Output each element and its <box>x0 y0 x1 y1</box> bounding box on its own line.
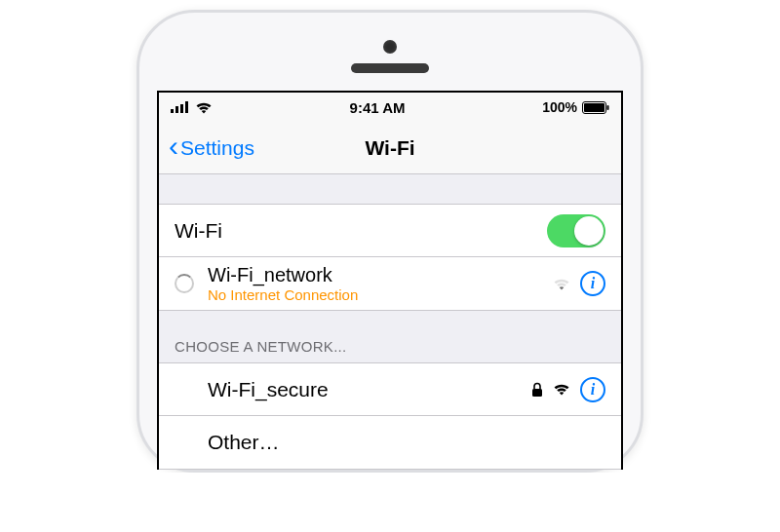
network-row[interactable]: Wi-Fi_secure i <box>159 362 621 416</box>
speaker-grille <box>351 63 429 73</box>
battery-percent: 100% <box>542 99 577 115</box>
wifi-signal-weak-icon <box>553 278 570 290</box>
phone-frame: 9:41 AM 100% ‹ Settings Wi-Fi Wi-Fi <box>136 10 644 473</box>
back-button[interactable]: ‹ Settings <box>169 133 254 163</box>
screen: 9:41 AM 100% ‹ Settings Wi-Fi Wi-Fi <box>157 91 623 470</box>
svg-rect-6 <box>607 105 609 110</box>
wifi-toggle[interactable] <box>547 214 605 247</box>
status-bar: 9:41 AM 100% <box>159 93 621 122</box>
wifi-status-icon <box>195 101 213 114</box>
other-label: Other… <box>208 431 605 454</box>
wifi-signal-icon <box>553 383 570 396</box>
info-button[interactable]: i <box>580 271 605 296</box>
cellular-signal-icon <box>171 101 190 113</box>
svg-rect-3 <box>185 101 188 113</box>
current-network-row[interactable]: Wi-Fi_network No Internet Connection i <box>159 257 621 311</box>
chevron-left-icon: ‹ <box>169 132 178 161</box>
svg-rect-5 <box>584 103 604 112</box>
svg-rect-1 <box>176 106 178 113</box>
back-label: Settings <box>180 136 254 160</box>
wifi-toggle-row[interactable]: Wi-Fi <box>159 204 621 257</box>
front-camera <box>383 40 397 54</box>
battery-icon <box>582 101 609 114</box>
loading-spinner-icon <box>175 274 194 293</box>
navigation-bar: ‹ Settings Wi-Fi <box>159 122 621 174</box>
current-network-status: No Internet Connection <box>208 286 553 303</box>
lock-icon <box>531 382 543 398</box>
section-gap <box>159 174 621 204</box>
other-network-row[interactable]: Other… <box>159 416 621 470</box>
network-name: Wi-Fi_secure <box>208 378 531 401</box>
svg-rect-0 <box>171 109 174 113</box>
svg-rect-7 <box>532 389 542 397</box>
phone-hardware-top <box>157 32 623 91</box>
wifi-toggle-label: Wi-Fi <box>175 219 547 243</box>
info-button[interactable]: i <box>580 377 605 402</box>
choose-network-header: CHOOSE A NETWORK... <box>159 311 621 362</box>
status-time: 9:41 AM <box>350 99 406 116</box>
current-network-name: Wi-Fi_network <box>208 264 553 286</box>
svg-rect-2 <box>180 104 183 113</box>
